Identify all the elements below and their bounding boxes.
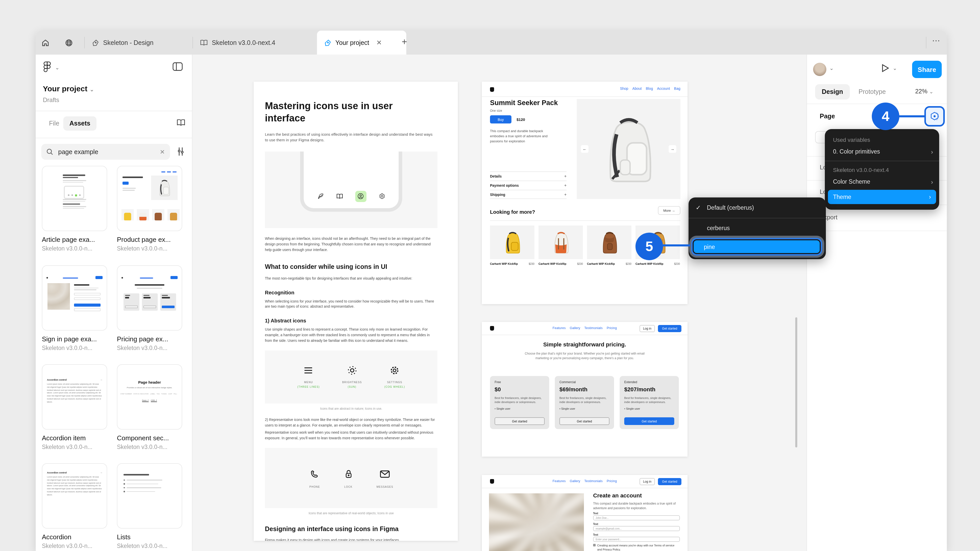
design-file-icon bbox=[324, 39, 331, 46]
asset-card-product-page[interactable]: Product page ex... Skeleton v3.0.0-n... bbox=[117, 166, 182, 251]
product-card[interactable]: Carhartt WIP Kickflip$230 bbox=[587, 225, 632, 265]
asset-card-component-section[interactable]: Page header Provides a robust set of non… bbox=[117, 364, 182, 450]
abstract-icons-figure: MENU (THREE LINES) BRIGHTNESS (SUN) SETT… bbox=[265, 350, 438, 403]
zoom-level[interactable]: 22% ⌄ bbox=[915, 88, 934, 95]
frame-article-page[interactable]: Mastering icons use in user interface Le… bbox=[254, 82, 458, 541]
terms-checkbox[interactable] bbox=[593, 544, 595, 546]
signup-description: This compact and durable backpack embodi… bbox=[593, 502, 679, 511]
toggle-panel-icon[interactable] bbox=[172, 62, 183, 73]
chevron-down-icon[interactable]: ⌄ bbox=[829, 65, 834, 71]
article-hero-image bbox=[265, 151, 438, 228]
left-sidebar: ⌄ Your project ⌄ Drafts File Assets ✕ bbox=[36, 55, 192, 551]
search-input[interactable] bbox=[57, 148, 156, 156]
library-book-icon[interactable] bbox=[177, 119, 185, 128]
tutorial-step-badge-4: 4 bbox=[872, 103, 899, 130]
name-field[interactable]: John Doe... bbox=[593, 515, 680, 520]
asset-thumbnail: Page header Provides a robust set of non… bbox=[117, 364, 182, 430]
more-button[interactable]: More → bbox=[658, 206, 680, 215]
avatar[interactable] bbox=[813, 63, 826, 76]
home-icon[interactable] bbox=[40, 37, 51, 48]
window-overflow-menu[interactable]: ⋯ bbox=[932, 36, 941, 45]
design-canvas[interactable]: Mastering icons use in user interface Le… bbox=[192, 55, 807, 551]
carousel-next-button[interactable]: → bbox=[669, 145, 676, 153]
carousel-prev-button[interactable]: ← bbox=[581, 145, 589, 153]
canvas-scrollbar[interactable] bbox=[795, 318, 797, 448]
tab-skeleton-design[interactable]: Skeleton - Design bbox=[85, 30, 192, 55]
book-icon bbox=[200, 39, 208, 46]
signup-nav: Features Gallery Testimonials Pricing bbox=[552, 479, 617, 483]
filter-icon[interactable] bbox=[177, 147, 185, 158]
asset-library: Skeleton v3.0.0-n... bbox=[42, 345, 107, 351]
product-title: Summit Seeker Pack bbox=[490, 99, 558, 106]
search-icon bbox=[46, 148, 53, 155]
frame-product-page[interactable]: Shop About Blog Account Bag Summit Seeke… bbox=[482, 82, 687, 304]
plan-cta-button[interactable]: Get started bbox=[559, 417, 609, 425]
asset-thumbnail: Accordion control – Lorem ipsum dolor, s… bbox=[42, 463, 107, 529]
plan-card-commercial[interactable]: Commercial $69/month Best for freelancer… bbox=[555, 376, 614, 429]
buy-button[interactable]: Buy bbox=[490, 115, 511, 124]
figma-logo-icon[interactable] bbox=[43, 61, 53, 73]
tab-design[interactable]: Design bbox=[815, 84, 850, 100]
asset-library: Skeleton v3.0.0-n... bbox=[117, 245, 182, 251]
asset-card-accordion-item[interactable]: Accordion control – Lorem ipsum dolor, s… bbox=[42, 364, 107, 450]
brightness-icon bbox=[347, 365, 357, 375]
menu-item-color-primitives[interactable]: 0. Color primitives bbox=[833, 148, 880, 155]
accordion-row-payment[interactable]: Payment options+ bbox=[490, 181, 566, 190]
apply-variables-icon-button[interactable] bbox=[924, 106, 945, 127]
menu-item-color-scheme[interactable]: Color Scheme bbox=[833, 179, 870, 185]
asset-card-accordion[interactable]: Accordion control – Lorem ipsum dolor, s… bbox=[42, 463, 107, 549]
asset-card-article-page[interactable]: Article page exa... Skeleton v3.0.0-n... bbox=[42, 166, 107, 251]
plan-cta-button[interactable]: Get started bbox=[624, 417, 674, 425]
tab-skeleton-library[interactable]: Skeleton v3.0.0-next.4 bbox=[193, 30, 317, 55]
login-button[interactable]: Log in bbox=[640, 325, 655, 332]
menu-item-cerberus[interactable]: cerberus bbox=[707, 225, 730, 231]
search-bar[interactable]: ✕ bbox=[41, 144, 170, 160]
feather-icon bbox=[317, 193, 324, 200]
share-button[interactable]: Share bbox=[912, 61, 942, 78]
frame-signup-page[interactable]: Features Gallery Testimonials Pricing Lo… bbox=[482, 475, 687, 551]
get-started-button[interactable]: Get started bbox=[658, 478, 681, 485]
clear-search-icon[interactable]: ✕ bbox=[160, 148, 165, 156]
project-location[interactable]: Drafts bbox=[43, 97, 59, 103]
asset-thumbnail bbox=[117, 166, 182, 231]
tab-label: Skeleton - Design bbox=[103, 39, 153, 46]
asset-card-signin-page[interactable]: Sign in page exa... Skeleton v3.0.0-n... bbox=[42, 265, 107, 351]
frame-pricing-page[interactable]: Features Gallery Testimonials Pricing Lo… bbox=[482, 322, 687, 457]
submenu-chevron-icon: › bbox=[929, 193, 931, 200]
menu-icon bbox=[304, 365, 313, 375]
tab-prototype[interactable]: Prototype bbox=[852, 84, 892, 100]
accordion-row-details[interactable]: Details+ bbox=[490, 171, 566, 181]
present-play-icon[interactable] bbox=[881, 64, 889, 75]
asset-thumbnail bbox=[42, 265, 107, 330]
phone-icon bbox=[309, 468, 320, 479]
plan-cta-button[interactable]: Get started bbox=[495, 417, 545, 425]
tab-assets[interactable]: Assets bbox=[63, 116, 97, 130]
tab-label: Skeleton v3.0.0-next.4 bbox=[212, 39, 275, 46]
asset-library: Skeleton v3.0.0-n... bbox=[117, 345, 182, 351]
close-tab-icon[interactable]: ✕ bbox=[376, 39, 382, 46]
chevron-down-icon[interactable]: ⌄ bbox=[55, 65, 59, 70]
tab-your-project[interactable]: Your project ✕ bbox=[317, 30, 406, 55]
plan-card-extended[interactable]: Extended $207/month Best for freelancers… bbox=[620, 376, 679, 429]
chevron-down-icon[interactable]: ⌄ bbox=[893, 65, 897, 71]
login-button[interactable]: Log in bbox=[640, 478, 655, 485]
password-field[interactable]: Enter your password... bbox=[593, 537, 680, 542]
accordion-row-shipping[interactable]: Shipping+ bbox=[490, 190, 566, 199]
menu-item-theme[interactable]: Theme › bbox=[828, 190, 936, 204]
pricing-title: Simple straightforward pricing. bbox=[482, 341, 687, 348]
product-card[interactable]: Carhartt WIP Kickflip$230 bbox=[490, 225, 535, 265]
plan-card-free[interactable]: Free $0 Best for freelancers, single des… bbox=[490, 376, 549, 429]
menu-item-pine[interactable]: pine bbox=[693, 239, 821, 254]
asset-card-pricing-page[interactable]: Pricing page ex... Skeleton v3.0.0-n... bbox=[117, 265, 182, 351]
product-card[interactable]: Carhartt WIP Kickflip$230 bbox=[538, 225, 583, 265]
get-started-button[interactable]: Get started bbox=[658, 325, 681, 332]
project-title[interactable]: Your project ⌄ bbox=[43, 84, 94, 93]
new-tab-button[interactable]: + bbox=[402, 37, 407, 48]
tab-file[interactable]: File bbox=[43, 116, 65, 130]
asset-library: Skeleton v3.0.0-n... bbox=[117, 543, 182, 549]
menu-item-default-cerberus[interactable]: Default (cerberus) bbox=[707, 205, 754, 211]
asset-title: Product page ex... bbox=[117, 236, 182, 243]
asset-card-lists[interactable]: Lists Skeleton v3.0.0-n... bbox=[117, 463, 182, 549]
globe-icon[interactable] bbox=[63, 37, 75, 48]
email-field[interactable]: example@gmail.com... bbox=[593, 526, 680, 531]
